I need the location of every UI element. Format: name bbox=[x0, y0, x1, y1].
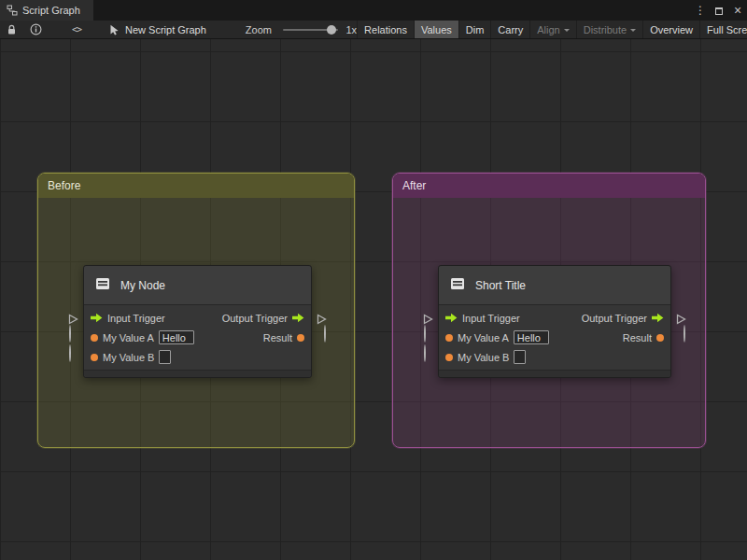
close-icon[interactable]: × bbox=[732, 3, 743, 18]
group-before[interactable]: Before bbox=[37, 173, 355, 448]
flow-input-port-icon[interactable] bbox=[91, 313, 103, 323]
fullscreen-button[interactable]: Full Screen bbox=[699, 21, 747, 38]
value-b-label: My Value B bbox=[103, 352, 154, 363]
unit-icon bbox=[448, 274, 467, 297]
overview-button[interactable]: Overview bbox=[642, 21, 699, 38]
chevron-down-icon bbox=[630, 29, 636, 35]
group-after-title: After bbox=[402, 179, 426, 192]
zoom-label: Zoom bbox=[246, 24, 272, 35]
value-output-port-icon[interactable] bbox=[656, 334, 664, 342]
chevron-down-icon bbox=[564, 29, 570, 35]
code-view-icon[interactable]: <> bbox=[72, 24, 81, 35]
node-header[interactable]: My Node bbox=[84, 266, 311, 305]
zoom-value: 1x bbox=[345, 24, 357, 35]
lock-icon[interactable] bbox=[7, 24, 17, 35]
window-controls: ⋮ × bbox=[695, 0, 743, 21]
window-menu-icon[interactable]: ⋮ bbox=[695, 4, 706, 17]
value-output-port-icon[interactable] bbox=[297, 334, 304, 342]
node-footer bbox=[84, 370, 311, 377]
node-title: Short Title bbox=[475, 279, 526, 292]
external-flow-input-port[interactable] bbox=[68, 314, 78, 325]
group-before-title: Before bbox=[48, 179, 80, 192]
value-b-field[interactable] bbox=[159, 350, 171, 364]
input-trigger-label: Input Trigger bbox=[462, 313, 520, 324]
group-after[interactable]: After bbox=[392, 173, 706, 448]
value-input-port-icon[interactable] bbox=[91, 334, 98, 342]
node-footer bbox=[439, 370, 670, 377]
carry-button[interactable]: Carry bbox=[490, 21, 529, 38]
zoom-slider-knob[interactable] bbox=[327, 25, 336, 35]
relations-button[interactable]: Relations bbox=[357, 21, 414, 38]
value-input-port-icon[interactable] bbox=[445, 354, 453, 361]
graph-name-label: New Script Graph bbox=[125, 24, 206, 35]
graph-pointer-icon bbox=[109, 24, 120, 35]
align-dropdown[interactable]: Align bbox=[529, 21, 575, 38]
value-a-field[interactable] bbox=[159, 330, 194, 344]
tab-title: Script Graph bbox=[22, 5, 80, 16]
value-a-label: My Value A bbox=[103, 332, 154, 343]
flow-output-port-icon[interactable] bbox=[652, 313, 664, 323]
values-button[interactable]: Values bbox=[414, 21, 458, 38]
maximize-icon[interactable] bbox=[715, 2, 723, 19]
result-label: Result bbox=[623, 332, 652, 343]
flow-output-port-icon[interactable] bbox=[292, 313, 304, 323]
value-a-field[interactable] bbox=[514, 330, 549, 344]
graph-canvas[interactable]: Before bbox=[0, 39, 747, 560]
toolbar-buttons: Relations Values Dim Carry Align Distrib… bbox=[357, 21, 747, 38]
unit-icon bbox=[93, 274, 112, 297]
port-row-value-b: My Value B bbox=[84, 347, 311, 367]
external-flow-input-port[interactable] bbox=[423, 314, 433, 325]
output-trigger-label: Output Trigger bbox=[582, 313, 647, 324]
port-row-trigger: Input Trigger Output Trigger bbox=[439, 308, 670, 328]
port-row-value-a: My Value A Result bbox=[84, 328, 311, 347]
distribute-label: Distribute bbox=[584, 24, 627, 35]
dim-button[interactable]: Dim bbox=[458, 21, 491, 38]
node-ports: Input Trigger Output Trigger My Value A bbox=[439, 305, 670, 370]
value-a-label: My Value A bbox=[458, 332, 509, 343]
external-flow-output-port[interactable] bbox=[676, 314, 686, 325]
graph-tab-icon bbox=[7, 5, 18, 16]
value-b-field[interactable] bbox=[514, 350, 526, 364]
value-input-port-icon[interactable] bbox=[445, 334, 453, 342]
group-before-header[interactable]: Before bbox=[38, 174, 354, 198]
value-b-label: My Value B bbox=[458, 352, 509, 363]
tab-script-graph[interactable]: Script Graph bbox=[0, 0, 93, 21]
node-title: My Node bbox=[120, 279, 165, 292]
result-label: Result bbox=[263, 332, 292, 343]
graph-toolbar: <> New Script Graph Zoom 1x Relations Va… bbox=[0, 21, 747, 39]
output-trigger-label: Output Trigger bbox=[222, 313, 288, 324]
node-header[interactable]: Short Title bbox=[439, 266, 670, 305]
zoom-slider[interactable] bbox=[283, 29, 338, 31]
align-label: Align bbox=[537, 24, 559, 35]
node-ports: Input Trigger Output Trigger My Value A bbox=[84, 305, 311, 370]
port-row-trigger: Input Trigger Output Trigger bbox=[84, 308, 311, 328]
flow-input-port-icon[interactable] bbox=[445, 313, 458, 323]
script-graph-window: Script Graph ⋮ × <> bbox=[0, 0, 747, 560]
external-flow-output-port[interactable] bbox=[317, 314, 327, 325]
group-after-header[interactable]: After bbox=[393, 174, 705, 198]
node-short-title[interactable]: Short Title Input Trigger Output Trigger bbox=[438, 265, 671, 378]
tab-bar: Script Graph ⋮ × bbox=[0, 0, 747, 21]
node-my-node[interactable]: My Node Input Trigger Output Trigger bbox=[83, 265, 312, 378]
graph-name[interactable]: New Script Graph bbox=[109, 24, 206, 35]
port-row-value-b: My Value B bbox=[439, 347, 670, 367]
info-icon[interactable] bbox=[30, 23, 42, 35]
input-trigger-label: Input Trigger bbox=[107, 313, 165, 324]
value-input-port-icon[interactable] bbox=[91, 354, 98, 361]
port-row-value-a: My Value A Result bbox=[439, 328, 670, 347]
distribute-dropdown[interactable]: Distribute bbox=[576, 21, 642, 38]
